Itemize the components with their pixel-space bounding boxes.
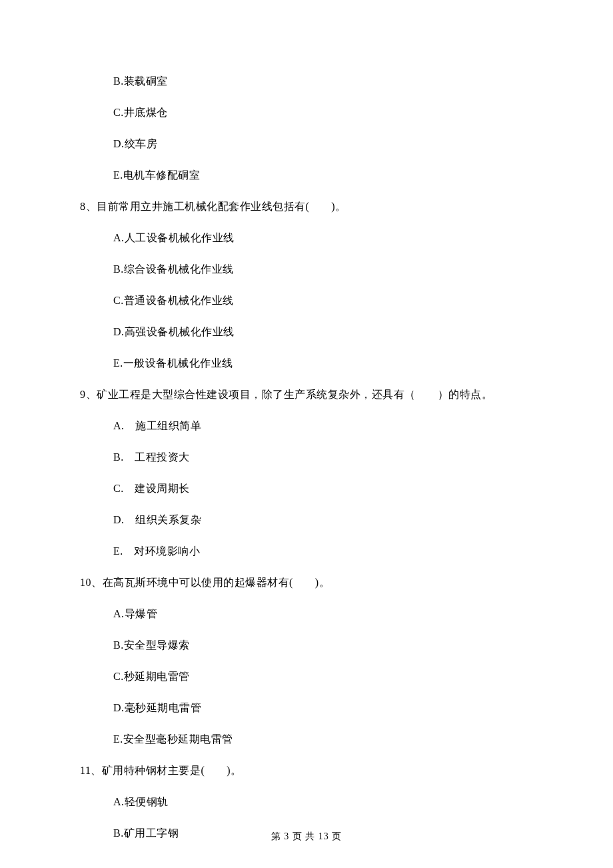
page-footer: 第 3 页 共 13 页 <box>0 829 613 843</box>
question-9-option-e: E. 对环境影响小 <box>80 543 533 559</box>
question-10-option-e: E.安全型毫秒延期电雷管 <box>80 731 533 747</box>
question-9-option-c: C. 建设周期长 <box>80 481 533 497</box>
prev-option-d: D.绞车房 <box>80 136 533 152</box>
question-8-option-c: C.普通设备机械化作业线 <box>80 293 533 309</box>
question-10-stem: 10、在高瓦斯环境中可以使用的起爆器材有( )。 <box>80 575 533 591</box>
question-10-option-a: A.导爆管 <box>80 606 533 622</box>
question-10-option-d: D.毫秒延期电雷管 <box>80 700 533 716</box>
question-10-option-b: B.安全型导爆索 <box>80 637 533 653</box>
question-10-option-c: C.秒延期电雷管 <box>80 669 533 685</box>
prev-option-b: B.装载硐室 <box>80 73 533 89</box>
question-8-option-a: A.人工设备机械化作业线 <box>80 230 533 246</box>
question-11-stem: 11、矿用特种钢材主要是( )。 <box>80 763 533 779</box>
question-8-stem: 8、目前常用立井施工机械化配套作业线包括有( )。 <box>80 199 533 215</box>
question-11-option-a: A.轻便钢轨 <box>80 794 533 810</box>
prev-option-c: C.井底煤仓 <box>80 105 533 121</box>
question-9-option-b: B. 工程投资大 <box>80 449 533 465</box>
prev-option-e: E.电机车修配硐室 <box>80 167 533 183</box>
question-9-option-a: A. 施工组织简单 <box>80 418 533 434</box>
question-8-option-e: E.一般设备机械化作业线 <box>80 355 533 371</box>
question-9-option-d: D. 组织关系复杂 <box>80 512 533 528</box>
question-9-stem: 9、矿业工程是大型综合性建设项目，除了生产系统复杂外，还具有（ ）的特点。 <box>80 387 533 403</box>
question-8-option-d: D.高强设备机械化作业线 <box>80 324 533 340</box>
question-8-option-b: B.综合设备机械化作业线 <box>80 261 533 277</box>
